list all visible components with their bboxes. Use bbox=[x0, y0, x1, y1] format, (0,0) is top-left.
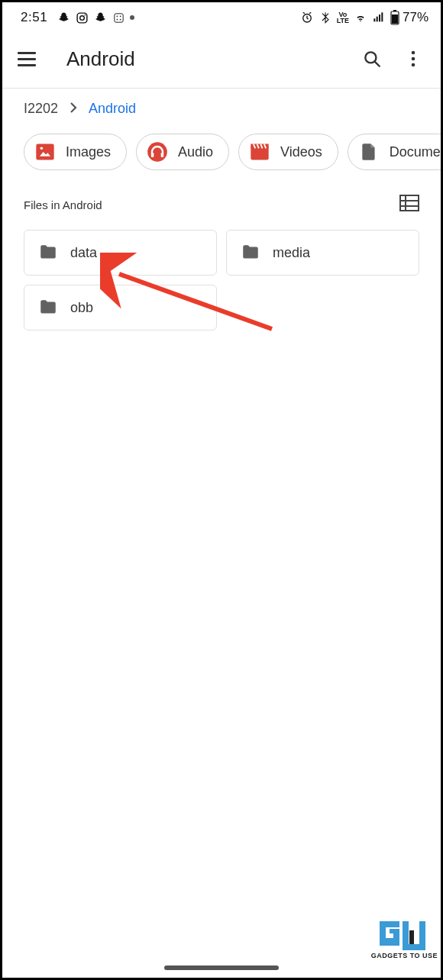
folder-grid: data media obb bbox=[2, 219, 441, 341]
watermark-text: GADGETS TO USE bbox=[371, 952, 438, 959]
search-icon bbox=[362, 49, 382, 69]
watermark-logo-icon bbox=[378, 920, 430, 952]
chevron-right-icon bbox=[69, 101, 78, 117]
folder-media[interactable]: media bbox=[226, 230, 419, 276]
svg-rect-14 bbox=[393, 10, 396, 11]
wifi-icon bbox=[354, 11, 367, 24]
svg-line-17 bbox=[375, 62, 380, 66]
svg-rect-24 bbox=[151, 153, 154, 157]
svg-point-5 bbox=[119, 15, 121, 17]
alarm-icon bbox=[300, 11, 314, 24]
grid-icon bbox=[112, 11, 125, 24]
folder-data[interactable]: data bbox=[24, 230, 217, 276]
view-toggle-list[interactable] bbox=[399, 195, 419, 214]
page-title: Android bbox=[66, 47, 360, 71]
chip-label: Documents bbox=[390, 144, 441, 160]
svg-point-20 bbox=[412, 63, 416, 67]
svg-rect-28 bbox=[400, 195, 419, 211]
category-chips: Images Audio Videos Documents bbox=[2, 126, 441, 179]
folder-name: obb bbox=[70, 300, 93, 316]
svg-point-2 bbox=[84, 14, 86, 15]
folder-icon bbox=[37, 298, 60, 318]
svg-rect-15 bbox=[392, 15, 398, 24]
image-icon bbox=[34, 140, 57, 163]
chip-label: Audio bbox=[178, 144, 213, 160]
chip-audio[interactable]: Audio bbox=[136, 134, 229, 170]
breadcrumb: I2202 Android bbox=[2, 89, 441, 126]
svg-point-6 bbox=[116, 18, 118, 20]
status-left: 2:51 bbox=[21, 10, 134, 25]
svg-point-23 bbox=[147, 142, 167, 162]
svg-point-4 bbox=[116, 15, 118, 17]
svg-point-22 bbox=[40, 147, 44, 150]
signal-icon bbox=[372, 11, 386, 24]
svg-rect-25 bbox=[161, 153, 164, 157]
bluetooth-icon bbox=[319, 11, 332, 24]
volte-icon: VoLTE bbox=[337, 11, 349, 24]
folder-icon bbox=[239, 243, 262, 263]
more-vertical-icon bbox=[411, 50, 416, 68]
snapchat-icon-2 bbox=[93, 11, 107, 24]
svg-rect-11 bbox=[379, 15, 380, 21]
chip-documents[interactable]: Documents bbox=[348, 134, 441, 170]
more-notifications-dot bbox=[130, 15, 134, 20]
section-label: Files in Android bbox=[24, 198, 102, 211]
battery-indicator: 77% bbox=[390, 10, 428, 25]
svg-point-18 bbox=[412, 51, 416, 55]
nav-indicator[interactable] bbox=[164, 965, 279, 970]
svg-rect-33 bbox=[409, 930, 414, 944]
svg-rect-10 bbox=[377, 17, 378, 22]
film-icon bbox=[248, 140, 271, 163]
menu-button[interactable] bbox=[18, 45, 45, 73]
status-bar: 2:51 VoLTE bbox=[2, 2, 441, 33]
chip-images[interactable]: Images bbox=[24, 134, 127, 170]
search-button[interactable] bbox=[360, 47, 384, 71]
more-options-button[interactable] bbox=[401, 47, 425, 71]
folder-obb[interactable]: obb bbox=[24, 285, 217, 330]
list-view-icon bbox=[399, 195, 419, 211]
svg-point-19 bbox=[412, 57, 416, 61]
breadcrumb-current[interactable]: Android bbox=[89, 101, 136, 117]
folder-name: data bbox=[70, 245, 97, 261]
svg-rect-3 bbox=[114, 13, 122, 21]
breadcrumb-root[interactable]: I2202 bbox=[24, 101, 58, 117]
app-bar: Android bbox=[2, 33, 441, 88]
headphones-icon bbox=[146, 140, 169, 163]
chip-label: Images bbox=[66, 144, 111, 160]
document-icon bbox=[357, 140, 380, 163]
status-time: 2:51 bbox=[21, 10, 47, 25]
folder-icon bbox=[37, 243, 60, 263]
snapchat-icon bbox=[57, 11, 70, 24]
section-header: Files in Android bbox=[2, 179, 441, 219]
watermark: GADGETS TO USE bbox=[371, 920, 438, 959]
folder-name: media bbox=[273, 245, 310, 261]
svg-point-1 bbox=[79, 15, 84, 20]
svg-rect-9 bbox=[373, 18, 375, 21]
chip-videos[interactable]: Videos bbox=[238, 134, 338, 170]
svg-rect-21 bbox=[36, 144, 53, 160]
svg-point-7 bbox=[119, 18, 121, 20]
chip-label: Videos bbox=[280, 144, 322, 160]
instagram-icon bbox=[75, 11, 89, 24]
status-right: VoLTE 77% bbox=[300, 10, 428, 25]
battery-percent: 77% bbox=[403, 10, 428, 25]
svg-rect-12 bbox=[381, 12, 383, 21]
